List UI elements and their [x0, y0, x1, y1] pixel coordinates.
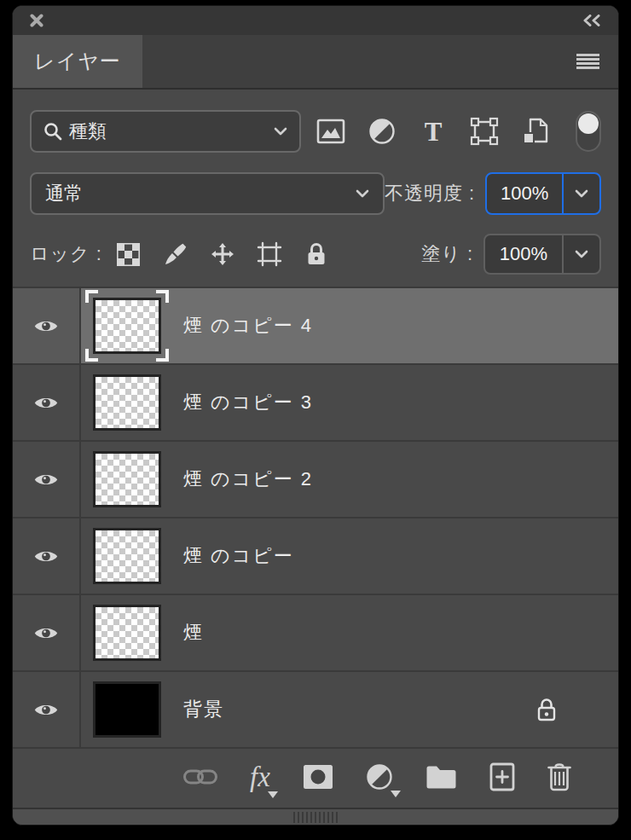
- lock-artboard-icon[interactable]: [257, 241, 282, 267]
- new-adjustment-layer-icon[interactable]: [366, 763, 393, 791]
- layer-row-content[interactable]: 背景: [81, 672, 618, 747]
- layer-row-content[interactable]: 煙 のコピー: [81, 518, 618, 594]
- lock-position-icon[interactable]: [210, 241, 235, 267]
- visibility-cell[interactable]: [13, 442, 81, 517]
- smart-object-filter-icon[interactable]: [521, 117, 550, 146]
- resize-grip-icon[interactable]: [293, 812, 338, 823]
- filter-toggle[interactable]: [576, 111, 601, 152]
- layer-row-smoke[interactable]: 煙: [13, 595, 618, 672]
- chevron-down-icon: [575, 189, 588, 198]
- lock-transparent-pixels-icon[interactable]: [116, 241, 142, 267]
- eye-icon[interactable]: [33, 318, 59, 334]
- new-layer-icon[interactable]: [489, 762, 515, 791]
- layer-thumbnail[interactable]: [93, 451, 161, 507]
- layer-name[interactable]: 煙 のコピー 4: [183, 313, 313, 339]
- blend-row: 通常 不透明度 : 100%: [30, 172, 601, 215]
- screenshot-stage: レイヤー 種類: [0, 0, 631, 840]
- eye-icon[interactable]: [33, 472, 59, 488]
- layer-row-content[interactable]: 煙 のコピー 3: [81, 365, 618, 440]
- fill-field[interactable]: 100%: [483, 234, 601, 275]
- fill-value[interactable]: 100%: [485, 235, 562, 273]
- blend-mode-value: 通常: [45, 181, 83, 206]
- dropdown-triangle-icon: [391, 791, 401, 797]
- add-layer-mask-icon[interactable]: [303, 764, 333, 790]
- lock-row: ロック :: [30, 234, 601, 275]
- layer-name[interactable]: 煙 のコピー 3: [183, 390, 313, 415]
- chevron-down-icon: [274, 127, 287, 136]
- visibility-cell[interactable]: [13, 518, 81, 594]
- visibility-cell[interactable]: [13, 595, 81, 670]
- layer-row-content[interactable]: 煙: [81, 595, 618, 670]
- layer-row-background[interactable]: 背景: [13, 672, 618, 749]
- type-layer-filter-icon[interactable]: T: [419, 117, 448, 146]
- search-icon: [43, 122, 62, 141]
- eye-icon[interactable]: [33, 625, 59, 641]
- layer-thumbnail[interactable]: [93, 298, 161, 354]
- layer-row-smoke-copy-4[interactable]: 煙 のコピー 4: [13, 288, 618, 365]
- layers-panel: レイヤー 種類: [12, 5, 619, 826]
- layer-name[interactable]: 煙 のコピー 2: [183, 466, 313, 492]
- layer-thumbnail[interactable]: [93, 528, 161, 584]
- panel-menu-icon[interactable]: [576, 54, 599, 69]
- opacity-value[interactable]: 100%: [487, 174, 562, 213]
- layer-lock-icon: [536, 698, 557, 722]
- dropdown-triangle-icon: [268, 791, 278, 798]
- layer-thumbnail[interactable]: [93, 605, 161, 661]
- layer-name[interactable]: 煙: [183, 620, 204, 646]
- layer-effects-icon[interactable]: fx: [250, 763, 270, 791]
- visibility-cell[interactable]: [13, 672, 81, 747]
- filter-type-select[interactable]: 種類: [30, 110, 301, 153]
- layer-controls: 種類 T: [13, 90, 618, 287]
- layer-thumbnail[interactable]: [93, 374, 161, 431]
- fill-dropdown[interactable]: [562, 235, 599, 273]
- layer-name[interactable]: 煙 のコピー: [183, 543, 294, 569]
- lock-all-icon[interactable]: [304, 241, 329, 267]
- panel-tabbar: レイヤー: [13, 35, 618, 90]
- panel-titlebar: [13, 6, 618, 35]
- pixel-layer-filter-icon[interactable]: [316, 117, 345, 146]
- panel-resize-strip[interactable]: [13, 808, 618, 825]
- shape-layer-filter-icon[interactable]: [470, 117, 499, 146]
- eye-icon[interactable]: [33, 395, 59, 411]
- eye-icon[interactable]: [33, 702, 59, 718]
- layer-row-content[interactable]: 煙 のコピー 2: [81, 442, 618, 517]
- opacity-field[interactable]: 100%: [485, 172, 601, 215]
- delete-layer-icon[interactable]: [547, 763, 571, 791]
- layer-row-smoke-copy-3[interactable]: 煙 のコピー 3: [13, 365, 618, 442]
- chevron-down-icon: [575, 250, 588, 258]
- collapse-to-icons-icon[interactable]: [582, 14, 601, 26]
- layer-name[interactable]: 背景: [183, 697, 224, 722]
- filter-type-label: 種類: [69, 119, 107, 144]
- layer-row-content[interactable]: 煙 のコピー 4: [81, 288, 618, 363]
- filter-toggle-knob: [578, 113, 599, 134]
- fill-label: 塗り :: [421, 241, 473, 267]
- visibility-cell[interactable]: [13, 365, 81, 440]
- filter-icons: T: [316, 111, 601, 152]
- visibility-cell[interactable]: [13, 288, 81, 363]
- eye-icon[interactable]: [33, 548, 59, 565]
- lock-image-pixels-icon[interactable]: [163, 241, 188, 267]
- layer-row-smoke-copy-2[interactable]: 煙 のコピー 2: [13, 442, 618, 518]
- opacity-dropdown[interactable]: [562, 174, 599, 213]
- new-group-icon[interactable]: [425, 765, 457, 790]
- layer-list: 煙 のコピー 4 煙 のコピー 3: [13, 287, 618, 749]
- layer-row-smoke-copy[interactable]: 煙 のコピー: [13, 518, 618, 595]
- lock-label: ロック :: [30, 241, 102, 267]
- tab-layers[interactable]: レイヤー: [13, 35, 142, 88]
- adjustment-layer-filter-icon[interactable]: [368, 117, 397, 146]
- filter-row: 種類 T: [30, 110, 601, 153]
- blend-mode-select[interactable]: 通常: [30, 172, 385, 215]
- lock-icons: [116, 241, 329, 267]
- layer-thumbnail[interactable]: [93, 681, 161, 738]
- chevron-down-icon: [356, 189, 369, 198]
- opacity-label: 不透明度 :: [385, 181, 475, 206]
- layers-toolbar: fx: [13, 749, 618, 805]
- close-icon[interactable]: [30, 14, 43, 27]
- tab-layers-label: レイヤー: [34, 48, 121, 75]
- link-layers-icon[interactable]: [183, 768, 217, 786]
